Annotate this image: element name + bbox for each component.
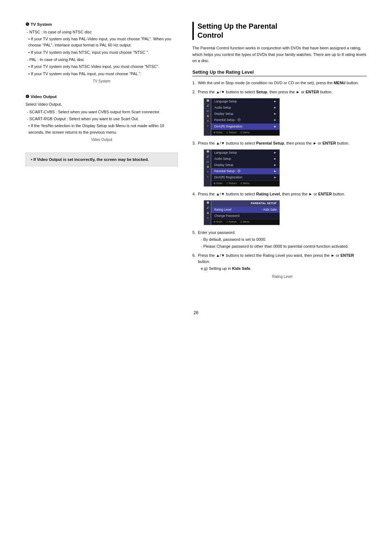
menu-screenshot-2: 💿 🔊 📺 🔒 ⚙ ✦ Language Setup► Audio Setup►… — [204, 149, 280, 187]
tv-system-content: - NTSC : In case of using NTSC disc • If… — [25, 29, 178, 77]
video-output-content: Select Video Output. - SCART-CVBS : Sele… — [25, 101, 178, 135]
menu-side-icons: 💿 🔊 📺 🔒 ⚙ ✦ — [204, 98, 211, 136]
menu-side-icons-3: 💿 🔊 🔒 ⚙ — [204, 200, 211, 225]
video-output-caption: Video Output — [25, 138, 178, 142]
step-1-num: 1. — [192, 80, 196, 86]
menu-side-icons-2: 💿 🔊 📺 🔒 ⚙ ✦ — [204, 149, 211, 187]
footer-enter: ⊕ Enter — [213, 131, 222, 135]
video-dash2: - SCART-RGB Output : Select when you wan… — [25, 116, 178, 122]
icon-setup-2: ⚙ — [204, 170, 211, 175]
step-4-text: Press the ▲/▼ buttons to select Rating L… — [198, 192, 345, 196]
page-number: 26 — [25, 310, 367, 315]
parental-panel: PARENTAL SETUP Rating Level: Kids Safe C… — [211, 200, 280, 225]
icon-setup: ⚙ — [204, 119, 211, 124]
menu-row-parental: Parental Setup : ⓔ► — [211, 117, 279, 123]
menu-row-display: Display Setup► — [211, 111, 279, 117]
parental-footer: ⊕ Enter ⊃ Return ⊙ Menu — [211, 219, 279, 225]
parental-row-password: Change Password — [211, 213, 279, 219]
footer-enter-2: ⊕ Enter — [213, 182, 222, 186]
step-5-dash2: - Please Change password to other than 0… — [198, 243, 367, 250]
menu-row-lang: Language Setup► — [211, 98, 279, 105]
tv-dash1: - NTSC : In case of using NTSC disc — [25, 29, 178, 35]
footer-return-3: ⊃ Return — [226, 220, 237, 224]
step-5-content: Enter your password. - By default, passw… — [198, 230, 367, 250]
step-6-example: e.g) Setting up in Kids Safe. — [198, 266, 367, 272]
page-layout: ❺ TV System - NTSC : In case of using NT… — [25, 22, 367, 288]
icon-display: 📺 — [204, 109, 211, 114]
step-5-num: 5. — [192, 230, 196, 250]
icon-lock: 🔒 — [204, 114, 211, 119]
subsection-title: Setting Up the Rating Level — [192, 69, 367, 76]
menu-panel-1: Language Setup► Audio Setup► Display Set… — [211, 98, 280, 136]
footer-menu: ⊙ Menu — [240, 131, 249, 135]
heading-line2: Control — [197, 31, 223, 39]
page-heading: Setting Up the Parental Control — [192, 22, 367, 40]
step-1-text: With the unit in Stop mode (in condition… — [198, 81, 359, 85]
heading-line1: Setting Up the Parental — [197, 22, 277, 30]
step-4-content: Press the ▲/▼ buttons to select Rating L… — [198, 191, 367, 227]
video-bullet1: • If the Yes/No selection in the Display… — [25, 123, 178, 135]
icon-audio-2: 🔊 — [204, 155, 211, 160]
tv-bullet1: • If your TV system only has PAL-Video i… — [25, 36, 178, 48]
icon-disc: 💿 — [204, 98, 211, 104]
step-2: 2. Press the ▲/▼ buttons to select Setup… — [192, 89, 367, 137]
step-2-content: Press the ▲/▼ buttons to select Setup, t… — [198, 89, 367, 137]
menu-footer-1: ⊕ Enter ⊃ Return ⊙ Menu — [211, 130, 279, 135]
step-2-num: 2. — [192, 89, 196, 137]
tv-system-caption: TV System — [25, 79, 178, 83]
step-5-text: Enter your password. — [198, 230, 236, 235]
step-5: 5. Enter your password. - By default, pa… — [192, 230, 367, 250]
tv-bullet4: • If your TV system only has PAL input, … — [25, 71, 178, 77]
icon-disc-2: 💿 — [204, 150, 211, 155]
step-3-num: 3. — [192, 140, 196, 189]
menu-panel-2: Language Setup► Audio Setup► Display Set… — [211, 149, 280, 187]
page-title: Setting Up the Parental Control — [197, 22, 367, 40]
step-6-content: Press the ▲/▼ buttons to select the Rati… — [198, 252, 367, 285]
menu-row-parental-2: Parental Setup : ⓔ► — [211, 168, 279, 174]
tv-bullet2: • If your TV system only has NTSC, input… — [25, 49, 178, 56]
step-5-dash1: - By default, password is set to 0000. — [198, 236, 367, 243]
step-6: 6. Press the ▲/▼ buttons to select the R… — [192, 252, 367, 285]
icon-lock-2: 🔒 — [204, 165, 211, 170]
footer-enter-3: ⊕ Enter — [213, 220, 222, 224]
parental-menu: 💿 🔊 🔒 ⚙ PARENTAL SETUP Rating Level: Kid… — [204, 200, 280, 225]
footer-return: ⊃ Return — [226, 131, 237, 135]
parental-title: PARENTAL SETUP — [211, 200, 279, 206]
step-3-text: Press the ▲/▼ buttons to select Parental… — [198, 141, 349, 145]
parental-row-rating: Rating Level: Kids Safe — [211, 207, 279, 213]
video-output-title: ❻ Video Output — [25, 94, 178, 99]
menu-row-audio: Audio Setup► — [211, 105, 279, 111]
intro-text: The Parental Control function works in c… — [192, 45, 367, 64]
video-dash1: - SCART-CVBS : Select when you want CVBS… — [25, 109, 178, 115]
menu-row-display-2: Display Setup► — [211, 162, 279, 168]
step-3-content: Press the ▲/▼ buttons to select Parental… — [198, 140, 367, 189]
menu-row-lang-2: Language Setup► — [211, 150, 279, 156]
footer-menu-2: ⊙ Menu — [240, 182, 249, 186]
step-4-num: 4. — [192, 191, 196, 227]
icon-audio: 🔊 — [204, 104, 211, 109]
video-output-section: ❻ Video Output Select Video Output. - SC… — [25, 94, 178, 141]
icon-setup-3: ⚙ — [204, 216, 211, 221]
tv-system-title: ❺ TV System — [25, 22, 178, 27]
right-column: Setting Up the Parental Control The Pare… — [192, 22, 367, 288]
step-6-num: 6. — [192, 252, 196, 285]
footer-menu-3: ⊙ Menu — [240, 220, 249, 224]
icon-extra-2: ✦ — [204, 175, 211, 180]
tv-system-section: ❺ TV System - NTSC : In case of using NT… — [25, 22, 178, 83]
menu-row-audio-2: Audio Setup► — [211, 156, 279, 162]
icon-lock-3: 🔒 — [204, 211, 211, 216]
menu-footer-2: ⊕ Enter ⊃ Return ⊙ Menu — [211, 181, 279, 186]
step-6-text: Press the ▲/▼ buttons to select the Rati… — [198, 253, 354, 264]
menu-row-divx-2: DivX(R) Registration► — [211, 174, 279, 181]
menu-row-divx: DivX(R) Registration► — [211, 123, 279, 130]
step-1: 1. With the unit in Stop mode (in condit… — [192, 80, 367, 86]
rating-level-caption: Rating Level — [198, 274, 367, 280]
step-2-text: Press the ▲/▼ buttons to select Setup, t… — [198, 90, 332, 94]
step-4: 4. Press the ▲/▼ buttons to select Ratin… — [192, 191, 367, 227]
warning-text: • If Video Output is set incorrectly, th… — [31, 157, 149, 162]
icon-audio-3: 🔊 — [204, 206, 211, 211]
icon-extra: ✦ — [204, 124, 211, 129]
tv-bullet3: • If your TV system only has NTSC-Video … — [25, 64, 178, 70]
step-3: 3. Press the ▲/▼ buttons to select Paren… — [192, 140, 367, 189]
left-column: ❺ TV System - NTSC : In case of using NT… — [25, 22, 178, 288]
